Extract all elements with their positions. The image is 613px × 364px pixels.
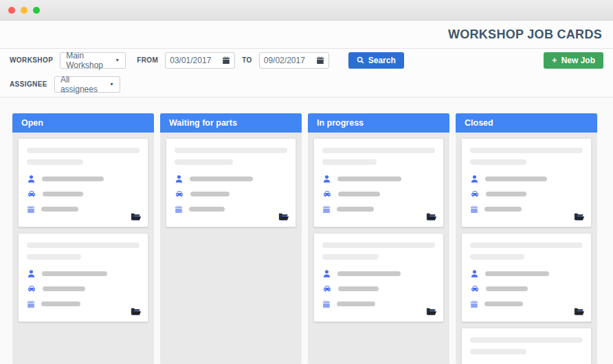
job-card[interactable] [166, 138, 296, 227]
workshop-select-value: Main Workshop [66, 51, 109, 70]
assignee-skeleton [485, 177, 547, 181]
folder-open-icon[interactable] [426, 212, 437, 222]
assignee-row [470, 269, 583, 278]
page-header: WORKSHOP JOB CARDS [0, 21, 613, 48]
assignee-select[interactable]: All assignees ▼ [54, 76, 120, 93]
calendar-icon[interactable] [222, 56, 230, 65]
calendar-icon [175, 205, 183, 214]
caret-down-icon: ▼ [109, 82, 114, 87]
column-header: Open [12, 113, 154, 133]
search-button[interactable]: Search [348, 52, 404, 69]
calendar-icon [322, 300, 331, 308]
calendar-icon [322, 205, 331, 214]
vehicle-skeleton [338, 192, 380, 196]
search-button-label: Search [368, 56, 396, 65]
kanban-column: Closed [456, 113, 597, 364]
date-skeleton [41, 207, 78, 212]
folder-open-icon[interactable] [426, 307, 437, 317]
kanban-column: In progress [308, 113, 449, 364]
caret-down-icon: ▼ [115, 58, 120, 62]
date-row [470, 205, 583, 214]
date-skeleton [189, 207, 225, 212]
date-skeleton [484, 207, 522, 212]
folder-open-icon[interactable] [131, 307, 142, 317]
assignee-skeleton [42, 177, 104, 181]
new-job-button-label: New Job [561, 56, 595, 65]
column-header: Closed [456, 113, 597, 133]
date-skeleton [337, 207, 374, 212]
assignee-skeleton [337, 177, 401, 181]
job-card[interactable] [313, 233, 444, 322]
assignee-row [322, 269, 435, 278]
folder-open-icon[interactable] [574, 307, 585, 317]
to-date-field [259, 52, 329, 69]
assignee-row [27, 174, 140, 183]
date-row [27, 299, 140, 308]
card-title-skeleton [470, 254, 524, 260]
assignee-row [322, 174, 435, 183]
workshop-select[interactable]: Main Workshop ▼ [60, 52, 126, 69]
new-job-button[interactable]: + New Job [544, 52, 603, 69]
assignee-label: ASSIGNEE [10, 80, 47, 88]
date-row [470, 299, 583, 308]
car-icon [470, 284, 480, 293]
column-body [160, 133, 302, 238]
job-card[interactable] [313, 138, 444, 227]
from-date-input[interactable] [170, 56, 218, 65]
date-row [322, 299, 435, 308]
job-card[interactable] [18, 233, 148, 322]
column-body [12, 133, 154, 333]
vehicle-skeleton [338, 286, 379, 291]
search-icon [357, 56, 364, 64]
card-title-skeleton [322, 254, 379, 260]
vehicle-skeleton [486, 286, 528, 291]
column-header: Waiting for parts [160, 113, 302, 133]
card-title-skeleton [470, 242, 583, 248]
card-title-skeleton [27, 159, 83, 165]
card-title-skeleton [470, 337, 583, 343]
card-title-skeleton [470, 349, 526, 354]
user-icon [470, 269, 479, 278]
assignee-skeleton [190, 177, 253, 181]
calendar-icon [470, 205, 478, 214]
minimize-window-button[interactable] [21, 7, 27, 14]
filters-bar: ASSIGNEE All assignees ▼ [0, 71, 613, 98]
vehicle-row [175, 190, 287, 198]
calendar-icon [470, 300, 478, 308]
vehicle-row [470, 190, 583, 198]
car-icon [27, 190, 36, 198]
close-window-button[interactable] [8, 7, 15, 14]
user-icon [322, 269, 331, 278]
user-icon [27, 269, 36, 278]
to-date-input[interactable] [264, 56, 312, 65]
date-row [175, 205, 287, 214]
folder-open-icon[interactable] [131, 212, 142, 222]
job-card[interactable] [461, 328, 592, 364]
job-card[interactable] [461, 233, 592, 322]
car-icon [175, 190, 184, 198]
folder-open-icon[interactable] [278, 212, 289, 222]
user-icon [27, 174, 36, 183]
page-title: WORKSHOP JOB CARDS [448, 27, 602, 42]
calendar-icon[interactable] [316, 56, 324, 65]
assignee-row [175, 174, 287, 183]
date-skeleton [337, 302, 375, 306]
app-window: WORKSHOP JOB CARDS WORKSHOP Main Worksho… [0, 0, 613, 364]
workshop-label: WORKSHOP [10, 56, 53, 64]
card-title-skeleton [175, 148, 287, 153]
zoom-window-button[interactable] [33, 7, 40, 14]
card-title-skeleton [27, 148, 140, 153]
card-title-skeleton [175, 159, 233, 165]
column-header: In progress [308, 113, 449, 133]
job-card[interactable] [461, 138, 592, 227]
vehicle-row [27, 190, 140, 198]
date-skeleton [484, 302, 523, 306]
folder-open-icon[interactable] [574, 212, 585, 222]
column-body [308, 133, 449, 333]
card-title-skeleton [27, 242, 140, 248]
vehicle-row [470, 284, 583, 293]
date-skeleton [41, 302, 80, 306]
to-label: TO [242, 56, 252, 64]
job-card[interactable] [18, 138, 148, 227]
assignee-row [27, 269, 140, 278]
